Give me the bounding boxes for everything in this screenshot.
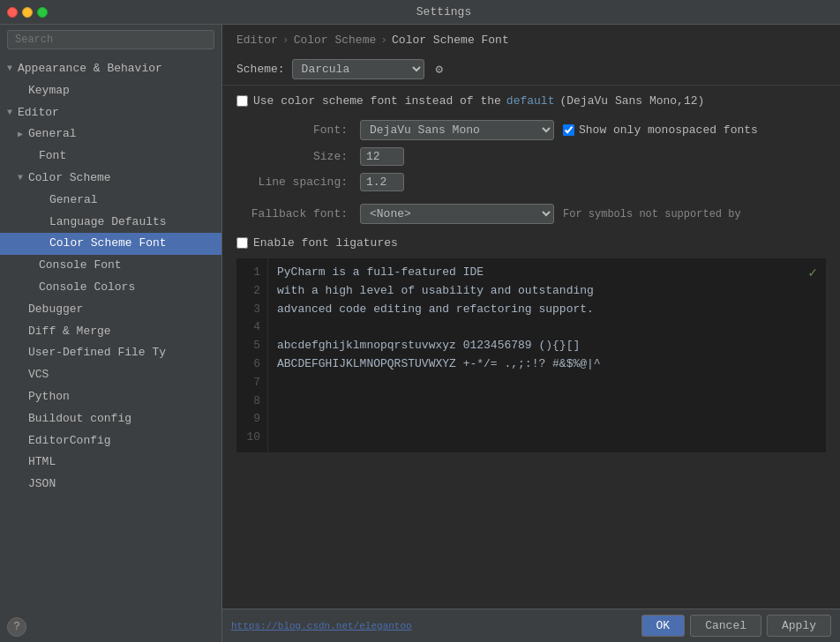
line-num: 7 bbox=[244, 374, 260, 392]
help-button[interactable]: ? bbox=[7, 617, 26, 637]
apply-button[interactable]: Apply bbox=[767, 615, 831, 637]
sidebar-item-label: Appearance & Behavior bbox=[18, 60, 162, 78]
fallback-label: Fallback font: bbox=[236, 207, 351, 220]
use-color-scheme-font-row: Use color scheme font instead of the def… bbox=[236, 94, 826, 108]
fallback-desc: For symbols not supported by bbox=[563, 208, 741, 220]
maximize-button[interactable] bbox=[37, 7, 48, 18]
ok-button[interactable]: OK bbox=[641, 615, 686, 637]
window-title: Settings bbox=[55, 5, 833, 19]
ligatures-checkbox[interactable] bbox=[236, 237, 248, 249]
gear-icon[interactable]: ⚙ bbox=[431, 62, 447, 78]
fallback-form-row: <None> For symbols not supported by bbox=[360, 204, 826, 224]
size-label: Size: bbox=[236, 150, 351, 163]
sidebar-item-editor[interactable]: Editor bbox=[0, 102, 221, 124]
size-input[interactable] bbox=[360, 147, 404, 166]
line-num: 6 bbox=[244, 355, 260, 374]
font-form-row: DejaVu Sans Mono Courier New Fira Code C… bbox=[360, 120, 826, 140]
sidebar-item-label: Font bbox=[39, 147, 66, 166]
sidebar-item-label: Editor bbox=[18, 104, 59, 123]
cancel-button[interactable]: Cancel bbox=[690, 615, 761, 637]
sidebar-item-label: Buildout config bbox=[28, 410, 131, 429]
ligatures-row: Enable font ligatures bbox=[236, 236, 826, 250]
sidebar-item-color-scheme-general[interactable]: General bbox=[0, 190, 221, 212]
line-num: 9 bbox=[244, 410, 260, 429]
sidebar-item-color-scheme[interactable]: Color Scheme bbox=[0, 168, 221, 190]
code-line-3: advanced code editing and refactoring su… bbox=[277, 301, 817, 319]
preview-area: 1 2 3 4 5 6 7 8 9 10 PyCharm is a full-f… bbox=[236, 258, 826, 452]
sidebar-item-python[interactable]: Python bbox=[0, 386, 221, 408]
minimize-button[interactable] bbox=[22, 7, 33, 18]
line-num: 8 bbox=[244, 392, 260, 411]
code-line-6: ABCDEFGHIJKLMNOPQRSTUVWXYZ +-*/= .,;:!? … bbox=[277, 355, 817, 374]
code-line-10 bbox=[277, 429, 817, 447]
sidebar-item-label: Debugger bbox=[28, 301, 83, 319]
line-num: 3 bbox=[244, 301, 260, 319]
arrow-icon bbox=[18, 171, 28, 185]
sidebar-item-console-font[interactable]: Console Font bbox=[0, 255, 221, 277]
search-input[interactable] bbox=[7, 30, 214, 49]
code-line-1: PyCharm is a full-featured IDE bbox=[277, 264, 817, 282]
line-num: 10 bbox=[244, 429, 260, 447]
monospaced-label-text: Show only monospaced fonts bbox=[579, 123, 758, 137]
sidebar-item-editorconfig[interactable]: EditorConfig bbox=[0, 430, 221, 452]
default-highlight: default bbox=[506, 94, 555, 108]
code-line-2: with a high level of usability and outst… bbox=[277, 282, 817, 301]
font-grid: Font: DejaVu Sans Mono Courier New Fira … bbox=[236, 120, 826, 191]
sidebar-item-color-scheme-font[interactable]: Color Scheme Font bbox=[0, 233, 221, 255]
code-preview: PyCharm is a full-featured IDE with a hi… bbox=[268, 258, 826, 452]
arrow-icon bbox=[18, 128, 28, 142]
sidebar-item-debugger[interactable]: Debugger bbox=[0, 299, 221, 321]
arrow-icon bbox=[7, 106, 18, 120]
sidebar-item-label: Diff & Merge bbox=[28, 323, 111, 341]
sidebar-item-label: Keymap bbox=[28, 82, 70, 101]
checkbox-label-before: Use color scheme font instead of the bbox=[253, 94, 501, 108]
close-button[interactable] bbox=[7, 7, 18, 18]
spacing-form-row bbox=[360, 173, 826, 191]
sidebar-item-general[interactable]: General bbox=[0, 123, 221, 146]
code-line-9 bbox=[277, 410, 817, 429]
sidebar-item-label: User-Defined File Ty bbox=[28, 344, 166, 362]
monospaced-checkbox[interactable] bbox=[563, 124, 574, 136]
sidebar-item-buildout[interactable]: Buildout config bbox=[0, 408, 221, 430]
sidebar-item-html[interactable]: HTML bbox=[0, 452, 221, 474]
settings-area: Use color scheme font instead of the def… bbox=[222, 86, 840, 608]
window-controls bbox=[7, 7, 48, 18]
sidebar-item-language-defaults[interactable]: Language Defaults bbox=[0, 212, 221, 234]
sidebar-item-label: Color Scheme Font bbox=[49, 235, 167, 253]
sidebar-item-label: General bbox=[28, 125, 77, 144]
code-line-5: abcdefghijklmnopqrstuvwxyz 0123456789 ()… bbox=[277, 337, 817, 355]
sidebar-item-label: EditorConfig bbox=[28, 432, 111, 451]
sidebar-item-json[interactable]: JSON bbox=[0, 474, 221, 496]
sidebar-item-vcs[interactable]: VCS bbox=[0, 364, 221, 386]
scheme-select[interactable]: Darcula Default High Contrast bbox=[292, 59, 424, 79]
sidebar-item-keymap[interactable]: Keymap bbox=[0, 80, 221, 102]
sidebar-item-user-defined[interactable]: User-Defined File Ty bbox=[0, 342, 221, 364]
spacing-input[interactable] bbox=[360, 173, 404, 191]
breadcrumb: Editor › Color Scheme › Color Scheme Fon… bbox=[222, 25, 840, 54]
watermark-link: https://blog.csdn.net/elegantoo bbox=[231, 621, 636, 631]
sidebar-item-label: Console Colors bbox=[39, 279, 135, 297]
sidebar-item-label: Python bbox=[28, 388, 70, 407]
ligatures-label: Enable font ligatures bbox=[253, 236, 398, 250]
main-layout: Appearance & Behavior Keymap Editor Gene… bbox=[0, 25, 840, 642]
fallback-grid: Fallback font: <None> For symbols not su… bbox=[236, 204, 826, 224]
line-num: 5 bbox=[244, 337, 260, 355]
sidebar-item-appearance-behavior[interactable]: Appearance & Behavior bbox=[0, 58, 221, 80]
sidebar-item-diff-merge[interactable]: Diff & Merge bbox=[0, 321, 221, 343]
breadcrumb-current: Color Scheme Font bbox=[392, 34, 509, 47]
font-select[interactable]: DejaVu Sans Mono Courier New Fira Code C… bbox=[360, 120, 554, 140]
code-line-4 bbox=[277, 318, 817, 337]
sidebar-item-label: Console Font bbox=[39, 257, 122, 275]
sidebar-item-label: Color Scheme bbox=[28, 169, 111, 188]
use-color-scheme-font-checkbox[interactable] bbox=[236, 95, 248, 107]
breadcrumb-editor: Editor bbox=[236, 34, 278, 47]
scheme-row: Scheme: Darcula Default High Contrast ⚙ bbox=[222, 54, 840, 86]
breadcrumb-sep-2: › bbox=[380, 34, 387, 47]
sidebar-item-console-colors[interactable]: Console Colors bbox=[0, 277, 221, 299]
arrow-icon bbox=[7, 62, 18, 76]
checkmark-icon: ✓ bbox=[808, 264, 817, 281]
sidebar-item-label: VCS bbox=[28, 366, 49, 384]
sidebar-item-label: Language Defaults bbox=[49, 213, 167, 232]
sidebar-item-font[interactable]: Font bbox=[0, 146, 221, 168]
fallback-select[interactable]: <None> bbox=[360, 204, 554, 224]
